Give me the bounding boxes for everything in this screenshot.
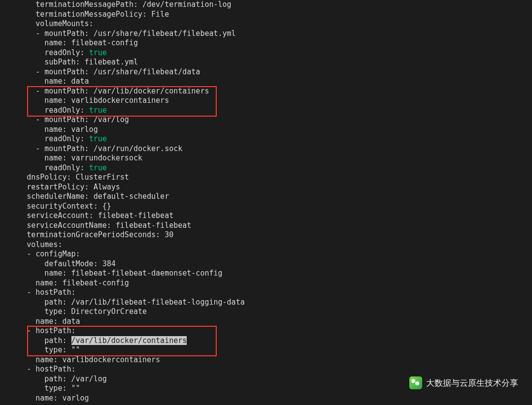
code-line: name: filebeat-config (0, 38, 138, 47)
code-line: name: filebeat-filebeat-daemonset-config (0, 269, 223, 278)
code-line: terminationGracePeriodSeconds: 30 (0, 230, 173, 239)
code-line: dnsPolicy: ClusterFirst (0, 173, 129, 182)
code-line: name: varrundockersock (0, 154, 142, 162)
code-line: readOnly: true (0, 48, 107, 57)
code-line: defaultMode: 384 (0, 259, 116, 268)
keyword-true: true (89, 106, 107, 115)
code-line: terminationMessagePath: /dev/termination… (0, 0, 232, 9)
code-line: path: /var/lib/docker/containers (0, 336, 187, 345)
code-line: restartPolicy: Always (0, 183, 120, 191)
code-line: - hostPath: (0, 288, 76, 297)
code-line: readOnly: true (0, 163, 107, 172)
code-line: path: /var/log (0, 374, 107, 383)
code-line: terminationMessagePolicy: File (0, 10, 169, 19)
code-line: name: varlog (0, 125, 98, 134)
code-line: - configMap: (0, 249, 80, 258)
watermark: 大数据与云原生技术分享 (409, 376, 518, 389)
wechat-icon (409, 376, 422, 389)
code-line: securityContext: {} (0, 202, 111, 211)
code-line: - mountPath: /var/lib/docker/containers (0, 87, 209, 95)
keyword-true: true (89, 163, 107, 172)
code-line: volumes: (0, 240, 62, 249)
code-line: readOnly: true (0, 134, 107, 143)
code-line: - mountPath: /usr/share/filebeat/data (0, 67, 200, 76)
code-line: - hostPath: (0, 326, 76, 335)
code-line: type: DirectoryOrCreate (0, 307, 147, 316)
code-line: type: "" (0, 345, 80, 354)
code-line: - mountPath: /var/log (0, 115, 129, 124)
code-line: name: data (0, 317, 80, 326)
code-line: serviceAccount: filebeat-filebeat (0, 211, 173, 220)
code-line: - hostPath: (0, 365, 76, 374)
code-line: path: /var/lib/filebeat-filebeat-logging… (0, 298, 245, 307)
yaml-code-block: terminationMessagePath: /dev/termination… (0, 0, 245, 403)
code-line: type: "" (0, 384, 80, 393)
selected-text: /var/lib/docker/containers (71, 336, 187, 345)
watermark-text: 大数据与云原生技术分享 (426, 377, 518, 389)
code-line: schedulerName: default-scheduler (0, 192, 169, 201)
code-line: - mountPath: /var/run/docker.sock (0, 144, 182, 153)
code-line: name: varlibdockercontainers (0, 355, 160, 364)
code-line: - mountPath: /usr/share/filebeat/filebea… (0, 29, 236, 38)
code-line: serviceAccountName: filebeat-filebeat (0, 221, 191, 230)
code-line: name: filebeat-config (0, 279, 129, 287)
code-line: name: data (0, 77, 89, 86)
keyword-true: true (89, 134, 107, 143)
code-line: subPath: filebeat.yml (0, 58, 138, 66)
code-line: name: varlog (0, 394, 89, 403)
code-line: readOnly: true (0, 106, 107, 115)
code-line: name: varlibdockercontainers (0, 96, 169, 105)
keyword-true: true (89, 48, 107, 57)
code-line: volumeMounts: (0, 19, 94, 28)
